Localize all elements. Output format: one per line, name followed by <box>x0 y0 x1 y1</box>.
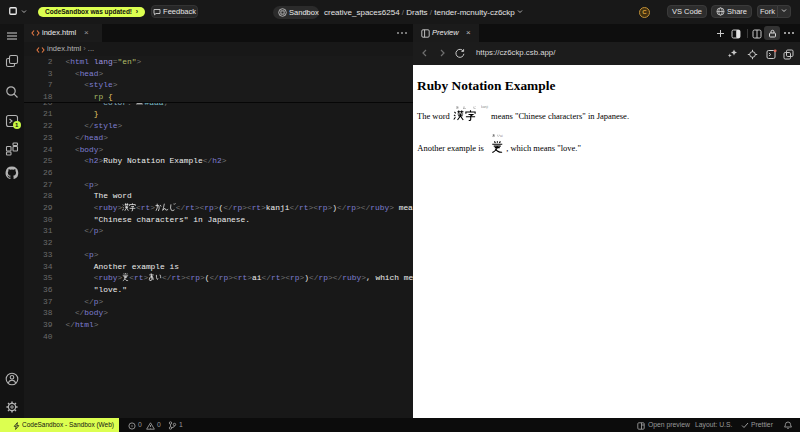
svg-text:kanji: kanji <box>481 105 488 109</box>
svg-text:ai: ai <box>500 134 503 138</box>
